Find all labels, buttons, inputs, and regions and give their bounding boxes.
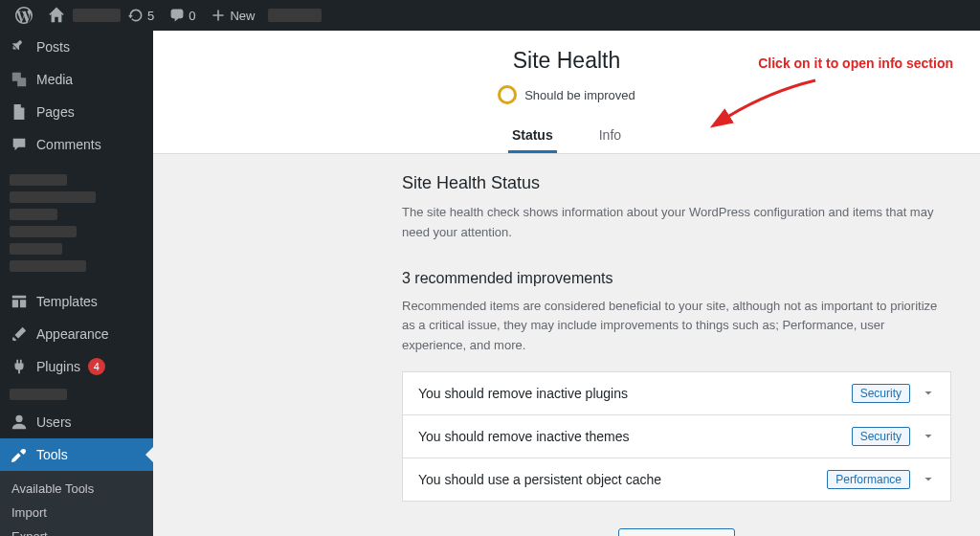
comments-count: 0 (189, 9, 195, 23)
chevron-down-icon (922, 473, 935, 486)
sidebar-item-comments[interactable]: Comments (0, 128, 153, 161)
new-label: New (230, 9, 255, 23)
wrench-icon (10, 445, 29, 464)
pin-icon (10, 37, 29, 56)
new-button[interactable]: New (203, 0, 262, 31)
sidebar-item-label: Appearance (36, 326, 109, 342)
sidebar-item-users[interactable]: Users (0, 406, 153, 438)
redacted-item (10, 389, 67, 400)
sidebar-item-pages[interactable]: Pages (0, 96, 153, 128)
sidebar-item-posts[interactable]: Posts (0, 31, 153, 63)
sub-item-export[interactable]: Export (0, 525, 153, 536)
brush-icon (10, 324, 29, 344)
templates-icon (10, 292, 29, 311)
sidebar-item-tools[interactable]: Tools (0, 438, 153, 471)
sidebar-item-label: Templates (36, 294, 98, 309)
improvements-heading: 3 recommended improvements (402, 270, 951, 287)
svg-point-0 (15, 415, 22, 422)
annotation-text: Click on it to open info section (758, 56, 953, 71)
plug-icon (10, 357, 29, 376)
status-heading: Site Health Status (402, 173, 951, 193)
improvement-label: You should remove inactive themes (418, 429, 630, 444)
improvements-desc: Recommended items are considered benefic… (402, 297, 951, 356)
redacted-block (0, 161, 153, 285)
sidebar-item-templates[interactable]: Templates (0, 285, 153, 318)
sidebar-item-label: Plugins (36, 359, 80, 374)
tools-submenu: Available Tools Import Export Site Healt… (0, 471, 153, 536)
page-header: Site Health Should be improved Status In… (153, 31, 980, 154)
comments-icon[interactable]: 0 (162, 0, 203, 31)
sidebar-item-appearance[interactable]: Appearance (0, 318, 153, 350)
sub-item-import[interactable]: Import (0, 501, 153, 525)
sub-item-available-tools[interactable]: Available Tools (0, 477, 153, 501)
redacted-site-name (73, 9, 121, 22)
improvements-list: You should remove inactive plugins Secur… (402, 371, 951, 502)
tabs-nav: Status Info (153, 120, 980, 153)
sidebar-item-label: Tools (36, 447, 68, 462)
sidebar-item-label: Users (36, 414, 72, 430)
home-icon[interactable] (40, 0, 73, 31)
updates-count: 5 (147, 9, 154, 23)
comment-icon (10, 135, 29, 154)
status-desc: The site health check shows information … (402, 203, 951, 243)
sidebar-item-label: Pages (36, 104, 75, 120)
page-icon (10, 102, 29, 122)
plugins-badge: 4 (88, 358, 105, 375)
category-badge: Security (852, 427, 910, 446)
improvement-row[interactable]: You should remove inactive plugins Secur… (402, 371, 951, 414)
main-content: Site Health Should be improved Status In… (153, 31, 980, 536)
passed-tests-button[interactable]: Passed tests (618, 528, 735, 536)
chevron-down-icon (922, 430, 935, 443)
chevron-down-icon (922, 387, 935, 400)
wp-logo[interactable] (8, 0, 40, 31)
sidebar-item-label: Comments (36, 137, 101, 152)
admin-bar: 5 0 New (0, 0, 980, 31)
sidebar-item-label: Posts (36, 39, 70, 55)
media-icon (10, 70, 29, 89)
sidebar-item-media[interactable]: Media (0, 63, 153, 96)
improvement-row[interactable]: You should remove inactive themes Securi… (402, 414, 951, 458)
improvement-row[interactable]: You should use a persistent object cache… (402, 458, 951, 502)
updates-icon[interactable]: 5 (121, 0, 162, 31)
status-line: Should be improved (153, 85, 980, 104)
tab-status[interactable]: Status (508, 120, 557, 153)
status-text: Should be improved (524, 88, 635, 102)
user-icon (10, 413, 29, 432)
redacted-item (268, 9, 322, 22)
improvement-label: You should use a persistent object cache (418, 472, 661, 487)
status-ring-icon (498, 85, 517, 104)
sidebar-item-plugins[interactable]: Plugins 4 (0, 350, 153, 383)
sidebar-item-label: Media (36, 72, 73, 87)
admin-sidebar: Posts Media Pages Comments Templates App… (0, 31, 153, 536)
category-badge: Performance (827, 470, 910, 489)
content-block: Site Health Status The site health check… (153, 154, 980, 536)
tab-info[interactable]: Info (595, 120, 625, 153)
improvement-label: You should remove inactive plugins (418, 386, 628, 401)
category-badge: Security (852, 384, 910, 403)
